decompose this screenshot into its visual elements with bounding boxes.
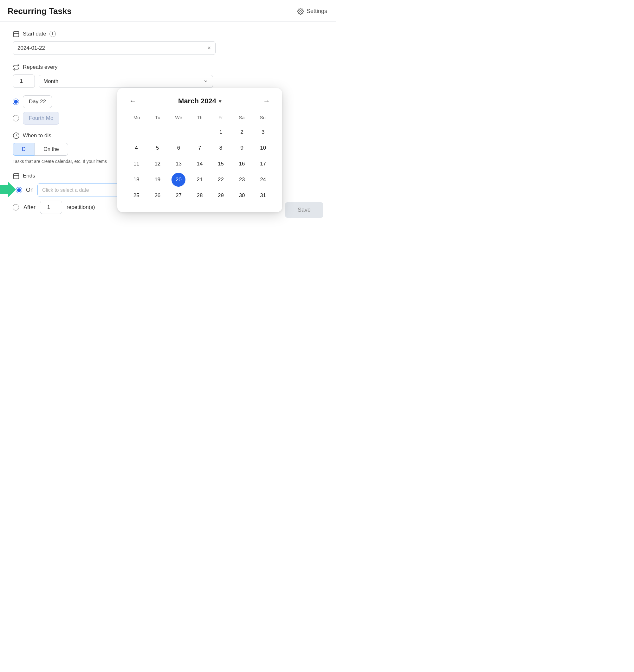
repeats-label: Repeats every	[13, 64, 323, 71]
calendar-title[interactable]: March 2024 ▾	[178, 97, 221, 105]
calendar-day[interactable]: 31	[256, 189, 270, 202]
start-date-label: Start date i	[13, 30, 323, 38]
repeat-icon	[13, 64, 20, 71]
calendar-weekdays: MoTuWeThFrSaSu	[126, 113, 273, 122]
display-description: Tasks that are create calendar, etc. If …	[13, 158, 133, 165]
svg-rect-1	[14, 32, 19, 37]
calendar-day[interactable]: 26	[150, 189, 165, 202]
save-button[interactable]: Save	[285, 202, 323, 218]
calendar-weekday: Sa	[231, 113, 252, 122]
calendar-day-empty	[193, 125, 207, 139]
main-content: Start date i 2024-01-22 × Repeats every …	[0, 22, 336, 231]
calendar-day[interactable]: 25	[129, 189, 143, 202]
clock-icon	[13, 132, 20, 139]
calendar-day[interactable]: 13	[171, 157, 185, 171]
calendar-day[interactable]: 19	[150, 173, 165, 187]
svg-marker-10	[0, 182, 16, 197]
fourth-radio[interactable]	[13, 115, 19, 121]
app-header: Recurring Tasks Settings	[0, 0, 336, 22]
calendar-day[interactable]: 8	[214, 141, 228, 155]
calendar-day[interactable]: 15	[214, 157, 228, 171]
settings-label: Settings	[307, 8, 327, 15]
calendar-weekday: Fr	[210, 113, 231, 122]
calendar-header: ← March 2024 ▾ →	[126, 96, 273, 106]
start-date-section: Start date i 2024-01-22 ×	[13, 30, 323, 55]
svg-rect-6	[14, 174, 19, 179]
calendar-day[interactable]: 3	[256, 125, 270, 139]
calendar-day[interactable]: 5	[150, 141, 165, 155]
green-arrow-icon	[0, 182, 16, 197]
calendar-day[interactable]: 27	[171, 189, 185, 202]
calendar-day[interactable]: 21	[193, 173, 207, 187]
calendar-day[interactable]: 2	[235, 125, 249, 139]
calendar-overlay: ← March 2024 ▾ → MoTuWeThFrSaSu 12345678…	[117, 88, 282, 212]
calendar-day[interactable]: 29	[214, 189, 228, 202]
page-title: Recurring Tasks	[7, 6, 72, 16]
repeats-section: Repeats every Month Day Week Year	[13, 64, 323, 88]
calendar-day[interactable]: 14	[193, 157, 207, 171]
on-label: On	[26, 187, 33, 193]
calendar-day[interactable]: 24	[256, 173, 270, 187]
gear-icon	[297, 8, 304, 15]
calendar-day-empty	[150, 125, 165, 139]
calendar-day[interactable]: 16	[235, 157, 249, 171]
info-icon: i	[49, 31, 56, 37]
calendar-day-empty	[129, 125, 143, 139]
calendar-day[interactable]: 1	[214, 125, 228, 139]
calendar-prev-button[interactable]: ←	[126, 96, 139, 106]
calendar-day[interactable]: 30	[235, 189, 249, 202]
calendar-day[interactable]: 7	[193, 141, 207, 155]
calendar-day[interactable]: 20	[171, 173, 185, 187]
clear-date-button[interactable]: ×	[207, 45, 211, 51]
after-label: After	[23, 204, 36, 211]
calendar-weekday: Tu	[147, 113, 168, 122]
day-radio[interactable]	[13, 99, 19, 105]
day-button[interactable]: Day 22	[23, 95, 52, 108]
display-option-onthe[interactable]: On the	[34, 143, 68, 155]
repeats-controls: Month Day Week Year	[13, 74, 323, 88]
green-arrow-decoration	[0, 182, 16, 199]
calendar-day-empty	[171, 125, 185, 139]
settings-button[interactable]: Settings	[297, 8, 327, 15]
repetitions-label: repetition(s)	[67, 204, 95, 211]
calendar-day[interactable]: 6	[171, 141, 185, 155]
calendar-grid: MoTuWeThFrSaSu 1234567891011121314151617…	[126, 113, 273, 203]
calendar-next-button[interactable]: →	[260, 96, 273, 106]
calendar-day[interactable]: 10	[256, 141, 270, 155]
calendar-chevron-icon: ▾	[219, 98, 221, 104]
calendar-days: 1234567891011121314151617181920212223242…	[126, 125, 273, 203]
after-number-input[interactable]	[40, 201, 62, 214]
calendar-day[interactable]: 18	[129, 173, 143, 187]
calendar-day[interactable]: 22	[214, 173, 228, 187]
calendar-weekday: Su	[252, 113, 273, 122]
repeat-period-select[interactable]: Month Day Week Year	[39, 75, 213, 88]
start-date-input[interactable]: 2024-01-22 ×	[13, 41, 216, 55]
fourth-button[interactable]: Fourth Mo	[23, 112, 59, 125]
calendar-day[interactable]: 9	[235, 141, 249, 155]
repeat-number-input[interactable]	[13, 74, 35, 88]
ends-calendar-icon	[13, 172, 20, 179]
svg-point-0	[300, 10, 302, 13]
on-radio[interactable]	[16, 187, 22, 193]
calendar-day[interactable]: 28	[193, 189, 207, 202]
calendar-weekday: We	[168, 113, 189, 122]
display-option-d[interactable]: D	[13, 143, 34, 155]
calendar-day[interactable]: 23	[235, 173, 249, 187]
calendar-day[interactable]: 4	[129, 141, 143, 155]
calendar-day[interactable]: 11	[129, 157, 143, 171]
calendar-day[interactable]: 12	[150, 157, 165, 171]
calendar-weekday: Mo	[126, 113, 147, 122]
calendar-weekday: Th	[189, 113, 210, 122]
calendar-icon	[13, 30, 20, 38]
after-radio[interactable]	[13, 204, 19, 211]
calendar-day[interactable]: 17	[256, 157, 270, 171]
